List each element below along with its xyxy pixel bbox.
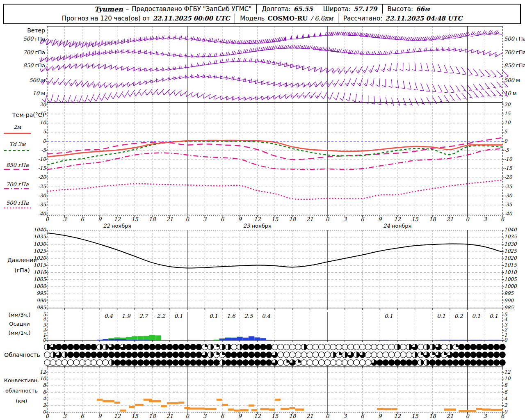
convective-cloud-segment — [135, 404, 144, 406]
wind-barb — [370, 78, 374, 86]
wind-barb — [303, 92, 310, 98]
precip-bar-rain — [476, 340, 482, 341]
cloud-cover-fill — [450, 344, 453, 350]
cloud-cover-symbol — [441, 360, 447, 365]
y-tick-right: -40 — [504, 211, 512, 217]
precip-bar-rain — [219, 339, 225, 340]
cloud-cover-symbol — [167, 360, 173, 365]
wind-barb — [401, 81, 405, 89]
y-tick-right: -5 — [504, 147, 509, 153]
cloud-cover-symbol — [178, 344, 184, 350]
wind-barb — [340, 93, 345, 100]
wind-barb — [128, 90, 135, 96]
wind-barb — [244, 78, 251, 82]
cloud-cover-symbol — [91, 344, 97, 350]
wind-level-label-right: 700 гПа — [504, 49, 525, 55]
hour-label-mid: 21 — [305, 216, 315, 222]
hour-label-bottom: 15 — [130, 413, 139, 419]
hour-label-mid: 21 — [445, 216, 455, 222]
cloud-cover-symbol — [190, 360, 196, 365]
hour-label-bottom: 21 — [445, 413, 455, 419]
wind-barb — [48, 94, 53, 102]
cloud-cover-symbol — [266, 360, 272, 365]
cloud-cover-symbol — [307, 360, 313, 365]
cloud-cover-symbol — [365, 360, 371, 365]
wind-barb — [145, 80, 152, 84]
hour-label-bottom: 9 — [235, 413, 245, 419]
cloud-cover-symbol — [319, 344, 324, 350]
wind-barb — [185, 64, 193, 68]
wind-barb — [461, 93, 466, 99]
y-tick-right: 15 — [504, 111, 510, 116]
cloud-cover-symbol — [371, 344, 377, 350]
wind-barb — [473, 69, 478, 76]
wind-barb — [391, 98, 394, 105]
wind-barb — [278, 62, 286, 66]
precip-tick-right: 0 — [504, 337, 507, 343]
precip-units-1h: (мм/1ч.) — [0, 330, 39, 336]
convective-cloud-segment — [444, 409, 456, 411]
wind-barb — [399, 63, 403, 71]
y-tick-right: 1025 — [504, 248, 517, 254]
convective-cloud-segment — [178, 402, 184, 404]
wind-barb — [221, 96, 228, 100]
cloud-cover-fill — [409, 344, 412, 350]
cloud-cover-symbol — [155, 352, 161, 358]
cloud-cover-symbol — [388, 352, 394, 358]
cloud-cover-symbol — [290, 344, 295, 350]
wind-barb — [406, 62, 409, 71]
wind-level-label-left: 700 гПа — [0, 49, 45, 55]
cloud-cover-symbol — [91, 360, 97, 365]
conv-panel-units: (км) — [0, 398, 43, 404]
precip-3h-amount: 0.1 — [472, 313, 481, 319]
y-tick-right: -20 — [504, 174, 512, 180]
wind-barb — [197, 94, 205, 98]
precip-bar-rain — [266, 340, 272, 340]
cloud-cover-symbol — [126, 352, 132, 358]
convective-cloud-segment — [234, 410, 240, 412]
cloud-cover-symbol — [464, 360, 470, 365]
precip-bar-snow — [167, 340, 173, 340]
wind-barb — [403, 98, 406, 106]
hour-label-bottom: 6 — [77, 413, 87, 419]
legend-name-4: 500 гПа — [0, 200, 35, 206]
cloud-cover-fill — [432, 352, 435, 355]
cloud-cover-fill — [456, 344, 459, 347]
wind-barb — [88, 94, 94, 102]
cloud-cover-fill — [47, 344, 50, 350]
wind-barb — [232, 51, 240, 55]
cloud-cover-symbol — [324, 344, 330, 350]
y-tick-left: 1040 — [33, 227, 46, 233]
cloud-cover-fill — [211, 344, 214, 350]
cloud-cover-fill — [217, 344, 219, 347]
cloud-cover-symbol — [272, 344, 278, 350]
hour-label-bottom: 21 — [305, 413, 315, 419]
cloud-cover-symbol — [342, 344, 348, 350]
hour-label-mid: 6 — [77, 216, 87, 222]
cloud-cover-symbol — [307, 344, 313, 350]
y-tick-left: -20 — [38, 174, 46, 180]
y-tick-right: -25 — [504, 184, 512, 189]
wind-barb — [116, 66, 123, 70]
wind-barb — [333, 80, 339, 87]
y-tick-right: 1000 — [504, 283, 517, 289]
cloud-cover-symbol — [231, 352, 237, 358]
wind-barb — [450, 94, 455, 101]
cloud-cover-fill — [304, 344, 307, 350]
pressure-panel-units: (гПа) — [0, 267, 44, 274]
cloud-cover-symbol — [114, 352, 120, 358]
convective-cloud-segment — [97, 399, 103, 401]
wind-barb — [409, 98, 412, 106]
y-tick-left: -30 — [38, 193, 46, 199]
cloud-cover-symbol — [249, 352, 254, 358]
y-tick-right: 6 — [504, 389, 507, 395]
hour-label-bottom: 15 — [410, 413, 420, 419]
cloud-cover-symbol — [319, 360, 324, 365]
cloud-cover-symbol — [254, 352, 260, 358]
precip-3h-amount: 0.2 — [454, 313, 463, 319]
y-tick-left: 1000 — [33, 283, 46, 289]
cloud-cover-symbol — [388, 344, 394, 350]
wind-barb — [77, 95, 82, 103]
precip-bar-rain — [214, 340, 219, 340]
wind-barb — [352, 94, 356, 102]
